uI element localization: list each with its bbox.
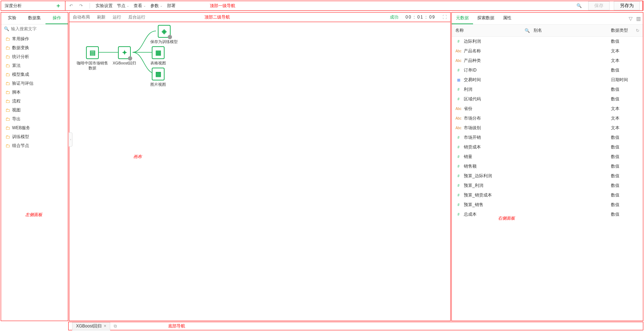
meta-row[interactable]: #订单ID数值 (452, 65, 643, 75)
bottom-tab[interactable]: XGBoost回归 × (72, 322, 110, 330)
canvas[interactable]: ‹ ▤ 咖啡中国市场销售数据 ✦ XGBoost回归 ◈ 保存为训 (69, 22, 451, 321)
folder-label: 常用操作 (12, 36, 29, 42)
menu-view[interactable]: 查看⌄ (134, 3, 146, 9)
node-save-model[interactable]: ◈ 保存为训练模型 (150, 25, 178, 44)
save-button[interactable]: 保存 (588, 1, 610, 10)
folder-label: WEB服务 (12, 125, 30, 131)
folder-item[interactable]: 🗀数据变换 (1, 43, 68, 52)
meta-row[interactable]: #销货成本数值 (452, 142, 643, 152)
folder-item[interactable]: 🗀流程 (1, 97, 68, 106)
field-dtype: 数值 (611, 154, 639, 160)
menu-experiment-settings[interactable]: 实验设置 (96, 3, 113, 9)
folder-item[interactable]: 🗀常用操作 (1, 35, 68, 43)
field-dtype: 数值 (611, 183, 639, 189)
menu-deploy[interactable]: 部署 (167, 3, 176, 9)
meta-row[interactable]: #销售额数值 (452, 162, 643, 171)
meta-row[interactable]: #预算_销货成本数值 (452, 190, 643, 200)
tab-properties[interactable]: 属性 (499, 12, 516, 24)
folder-item[interactable]: 🗀脚本 (1, 88, 68, 97)
btn-run[interactable]: 运行 (113, 14, 121, 20)
add-icon[interactable]: ＋ (55, 2, 61, 10)
meta-row[interactable]: #销量数值 (452, 152, 643, 162)
folder-label: 验证与评估 (12, 80, 33, 86)
tab-experiment[interactable]: 实验 (1, 12, 23, 24)
menu-params[interactable]: 参数⌄ (150, 3, 163, 9)
meta-row[interactable]: Abc产品名称文本 (452, 46, 643, 56)
folder-item[interactable]: 🗀组合节点 (1, 141, 68, 150)
filter-icon[interactable]: ▽ (629, 16, 633, 21)
folder-label: 脚本 (12, 89, 21, 95)
meta-row[interactable]: Abc省份文本 (452, 104, 643, 114)
expand-icon[interactable]: ⛶ (442, 15, 447, 20)
folder-item[interactable]: 🗀算法 (1, 61, 68, 70)
field-name: 预算_销售 (464, 202, 483, 208)
left-tabs: 实验 数据集 操作 (1, 12, 68, 25)
search-icon[interactable]: 🔍 (576, 3, 582, 8)
folder-item[interactable]: 🗀验证与评估 (1, 79, 68, 88)
field-name: 边际利润 (464, 38, 481, 44)
field-name: 预算_边际利润 (464, 173, 492, 179)
folder-label: 训练模型 (12, 134, 29, 140)
node-data-source[interactable]: ▤ 咖啡中国市场销售数据 (76, 46, 108, 71)
node-table-view[interactable]: ▦ 表格视图 (150, 46, 166, 65)
meta-row[interactable]: #预算_边际利润数值 (452, 171, 643, 181)
folder-label: 数据变换 (12, 45, 29, 51)
meta-row[interactable]: #区域代码数值 (452, 94, 643, 104)
field-name: 销货成本 (464, 144, 481, 150)
field-name: 产品名称 (464, 48, 481, 54)
folder-label: 导出 (12, 116, 21, 122)
dtype-icon: # (455, 40, 462, 43)
node-image-view[interactable]: ▩ 图片视图 (150, 68, 166, 87)
tab-operations[interactable]: 操作 (45, 12, 68, 24)
dtype-icon: # (455, 184, 462, 188)
meta-row[interactable]: Abc产品种类文本 (452, 56, 643, 65)
field-dtype: 数值 (611, 86, 639, 93)
meta-row[interactable]: #预算_销售数值 (452, 200, 643, 210)
table-icon: ▦ (155, 49, 161, 57)
meta-row[interactable]: #市场开销数值 (452, 133, 643, 142)
close-icon[interactable]: × (104, 324, 106, 329)
btn-refresh[interactable]: 刷新 (97, 14, 106, 20)
meta-row[interactable]: #预算_利润数值 (452, 181, 643, 190)
tab-metadata[interactable]: 元数据 (452, 12, 473, 24)
node-xgboost[interactable]: ✦ XGBoost回归 (113, 46, 136, 65)
duplicate-icon[interactable]: ⧉ (114, 324, 117, 329)
folder-icon: 🗀 (5, 45, 10, 51)
redo-icon[interactable]: ↷ (78, 3, 84, 8)
dtype-icon: Abc (455, 126, 462, 130)
meta-row[interactable]: #利润数值 (452, 85, 643, 94)
folder-icon: 🗀 (5, 63, 10, 68)
meta-row[interactable]: #总成本数值 (452, 210, 643, 219)
folder-item[interactable]: 🗀视图 (1, 106, 68, 115)
folder-item[interactable]: 🗀导出 (1, 115, 68, 124)
meta-row[interactable]: Abc市场级别文本 (452, 123, 643, 133)
top-nav-2: 自动布局 刷新 运行 后台运行 顶部二级导航 成功 00 : 01 : 09 ⛶ (69, 12, 451, 22)
tab-explore[interactable]: 探索数据 (473, 12, 499, 24)
run-time: 00 : 01 : 09 (406, 15, 435, 20)
sql-icon: ▤ (90, 49, 96, 57)
dtype-icon: # (455, 88, 462, 91)
btn-auto-layout[interactable]: 自动布局 (73, 14, 90, 20)
save-as-button[interactable]: 另存为 (614, 1, 640, 10)
meta-header: 名称🔍 别名 数据类型↻ (452, 25, 643, 37)
folder-item[interactable]: 🗀WEB服务 (1, 124, 68, 132)
dtype-icon: # (455, 174, 462, 178)
columns-icon[interactable]: ▥ (636, 16, 641, 21)
menu-node[interactable]: 节点⌄ (117, 3, 129, 9)
meta-row[interactable]: #边际利润数值 (452, 37, 643, 46)
meta-row[interactable]: ▦交易时间日期时间 (452, 75, 643, 85)
meta-row[interactable]: Abc市场分布文本 (452, 114, 643, 123)
folder-item[interactable]: 🗀模型集成 (1, 70, 68, 79)
dtype-icon: Abc (455, 59, 462, 63)
field-name: 市场级别 (464, 125, 481, 131)
search-input[interactable] (11, 26, 64, 31)
undo-icon[interactable]: ↶ (68, 3, 74, 8)
folder-item[interactable]: 🗀统计分析 (1, 52, 68, 61)
collapse-left-icon[interactable]: ‹ (69, 132, 73, 147)
folder-icon: 🗀 (5, 107, 10, 113)
refresh-column-icon[interactable]: ↻ (636, 28, 639, 33)
search-column-icon[interactable]: 🔍 (525, 28, 530, 33)
tab-dataset[interactable]: 数据集 (23, 12, 46, 24)
btn-run-bg[interactable]: 后台运行 (128, 14, 145, 20)
folder-item[interactable]: 🗀训练模型 (1, 132, 68, 141)
